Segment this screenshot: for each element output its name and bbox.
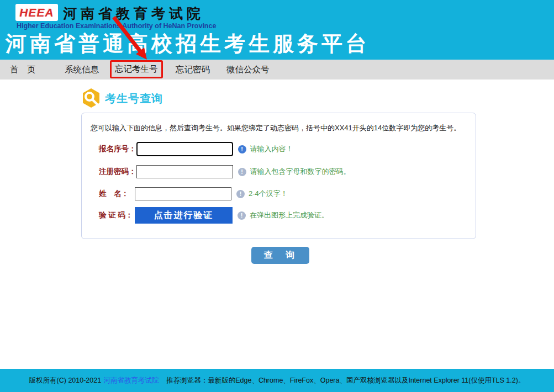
info-icon: ! <box>238 145 246 153</box>
heea-logo: HEEA <box>15 4 58 21</box>
highlight-box-forgot-exam-number: 忘记考生号 <box>110 60 163 78</box>
info-icon: ! <box>238 211 246 220</box>
org-name-cn: 河南省教育考试院 <box>63 4 204 23</box>
header-banner: HEEA 河南省教育考试院 Higher Education Examinati… <box>0 0 554 60</box>
footer-copyright: 版权所有(C) 2010-2021 <box>29 376 102 385</box>
search-hexagon-icon <box>82 88 101 109</box>
captcha-label: 验 证 码： <box>99 210 135 220</box>
page: HEEA 河南省教育考试院 Higher Education Examinati… <box>0 0 554 392</box>
query-form-panel: 您可以输入下面的信息，然后查询考生号。如果您绑定了动态密码，括号中的XX41开头… <box>81 113 476 239</box>
password-hint: 请输入包含字母和数字的密码。 <box>250 167 351 177</box>
name-label: 姓 名： <box>99 189 135 199</box>
nav-item-home[interactable]: 首 页 <box>10 60 36 80</box>
nav-item-system-info[interactable]: 系统信息 <box>65 60 99 80</box>
org-name-en: Higher Education Examinations Authority … <box>17 22 216 30</box>
section-title: 考生号查询 <box>105 91 163 106</box>
main-navbar: 首 页 系统信息 忘记考生号 忘记密码 微信公众号 <box>0 60 554 80</box>
query-submit-button[interactable]: 查 询 <box>251 247 309 264</box>
form-row-registration-number: 报名序号： ! 请输入内容！ <box>99 141 293 157</box>
click-to-verify-button[interactable]: 点击进行验证 <box>135 207 233 224</box>
registration-number-input[interactable] <box>136 142 233 156</box>
nav-item-forgot-password[interactable]: 忘记密码 <box>176 60 210 80</box>
registration-number-label: 报名序号： <box>99 144 136 154</box>
password-input[interactable] <box>136 165 233 178</box>
nav-item-wechat-account[interactable]: 微信公众号 <box>226 60 270 80</box>
name-hint: 2-4个汉字！ <box>249 189 288 199</box>
footer-bar: 版权所有(C) 2010-2021 河南省教育考试院 推荐浏览器：最新版的Edg… <box>0 369 554 392</box>
footer-browser-recommendation: 推荐浏览器：最新版的Edge、Chrome、FireFox、Opera、国产双核… <box>166 376 525 385</box>
name-input[interactable] <box>135 187 231 200</box>
registration-number-hint: 请输入内容！ <box>250 144 293 154</box>
info-icon: ! <box>238 168 246 176</box>
section-header: 考生号查询 <box>82 88 163 109</box>
info-icon: ! <box>236 190 245 198</box>
form-instruction: 您可以输入下面的信息，然后查询考生号。如果您绑定了动态密码，括号中的XX41开头… <box>91 123 461 133</box>
nav-item-forgot-exam-number[interactable]: 忘记考生号 <box>115 63 158 75</box>
password-label: 注册密码： <box>99 167 136 177</box>
footer-org-link[interactable]: 河南省教育考试院 <box>103 376 159 385</box>
heea-logo-text: HEEA <box>19 6 54 19</box>
form-row-name: 姓 名： ! 2-4个汉字！ <box>99 186 288 202</box>
form-row-password: 注册密码： ! 请输入包含字母和数字的密码。 <box>99 163 351 180</box>
form-row-captcha: 验 证 码： 点击进行验证 ! 在弹出图形上完成验证。 <box>99 207 329 224</box>
captcha-hint: 在弹出图形上完成验证。 <box>250 210 329 220</box>
portal-title: 河南省普通高校招生考生服务平台 <box>6 30 370 58</box>
